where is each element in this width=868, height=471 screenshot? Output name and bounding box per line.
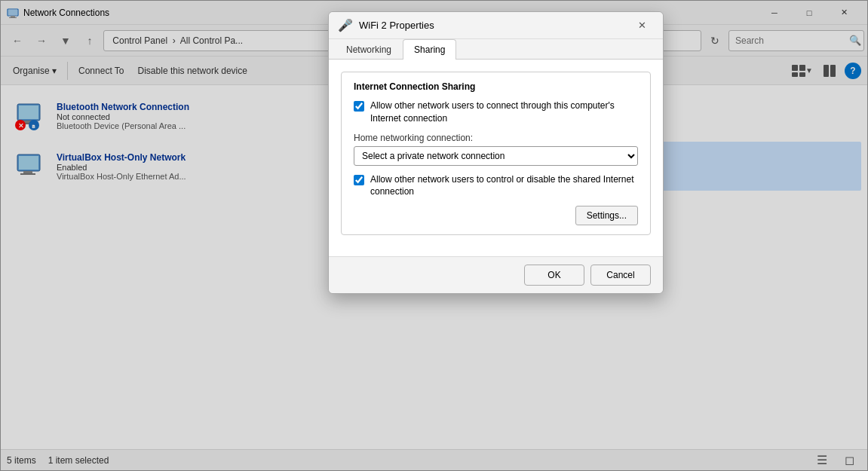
dialog-content: Internet Connection Sharing Allow other … xyxy=(329,60,663,256)
dialog-footer: OK Cancel xyxy=(329,256,663,293)
allow-control-row: Allow other network users to control or … xyxy=(354,173,638,199)
dialog-title-bar: 🎤 WiFi 2 Properties ✕ xyxy=(329,12,663,39)
ics-section: Internet Connection Sharing Allow other … xyxy=(341,72,651,235)
dialog-close-button[interactable]: ✕ xyxy=(630,15,654,36)
dropdown-label: Home networking connection: xyxy=(354,133,638,143)
modal-overlay: 🎤 WiFi 2 Properties ✕ Networking Sharing… xyxy=(0,0,868,471)
network-connection-select[interactable]: Select a private network connection xyxy=(354,146,638,166)
cancel-button[interactable]: Cancel xyxy=(590,265,651,286)
allow-sharing-row: Allow other network users to connect thr… xyxy=(354,99,638,125)
settings-button[interactable]: Settings... xyxy=(575,206,638,225)
allow-control-checkbox[interactable] xyxy=(354,175,364,185)
tab-networking[interactable]: Networking xyxy=(335,39,403,60)
allow-control-label[interactable]: Allow other network users to control or … xyxy=(370,173,638,199)
ok-button[interactable]: OK xyxy=(524,265,584,286)
section-title: Internet Connection Sharing xyxy=(354,81,638,92)
tab-sharing[interactable]: Sharing xyxy=(403,39,456,60)
dialog-title: WiFi 2 Properties xyxy=(359,20,630,31)
dialog-icon: 🎤 xyxy=(338,18,353,32)
allow-sharing-checkbox[interactable] xyxy=(354,101,364,112)
dialog: 🎤 WiFi 2 Properties ✕ Networking Sharing… xyxy=(328,11,664,294)
settings-button-row: Settings... xyxy=(354,206,638,225)
dialog-tabs: Networking Sharing xyxy=(329,39,663,60)
home-network-row: Home networking connection: Select a pri… xyxy=(354,133,638,166)
allow-sharing-label[interactable]: Allow other network users to connect thr… xyxy=(370,99,638,125)
